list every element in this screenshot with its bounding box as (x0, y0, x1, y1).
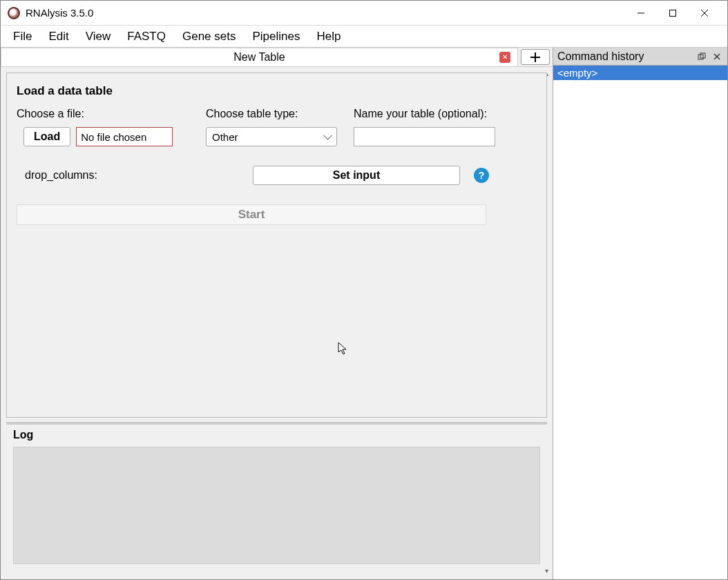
command-history-dock: Command history <empty> (553, 48, 727, 579)
add-tab-button[interactable] (521, 49, 550, 65)
table-name-input[interactable] (354, 127, 495, 146)
menu-genesets[interactable]: Gene sets (175, 27, 243, 46)
menubar: File Edit View FASTQ Gene sets Pipelines… (1, 26, 727, 48)
log-body[interactable] (13, 447, 540, 564)
app-icon (8, 7, 20, 19)
load-button[interactable]: Load (23, 127, 70, 146)
drop-columns-label: drop_columns: (25, 169, 239, 182)
dock-header: Command history (553, 48, 727, 66)
tab-label: New Table (233, 51, 285, 64)
history-item[interactable]: <empty> (553, 66, 727, 80)
minimize-button[interactable] (625, 1, 657, 26)
group-title: Load a data table (17, 84, 537, 98)
file-chosen-display: No file chosen (76, 127, 173, 146)
menu-pipelines[interactable]: Pipelines (245, 27, 307, 46)
dock-title: Command history (557, 50, 693, 63)
name-table-label: Name your table (optional): (354, 108, 537, 120)
table-type-select[interactable]: Other (206, 127, 337, 146)
start-button[interactable]: Start (17, 204, 486, 225)
menu-edit[interactable]: Edit (41, 27, 75, 46)
choose-type-label: Choose table type: (206, 108, 344, 120)
set-input-button[interactable]: Set input (253, 166, 460, 185)
help-icon[interactable]: ? (474, 168, 489, 183)
table-type-value: Other (212, 131, 238, 143)
app-title: RNAlysis 3.5.0 (26, 7, 93, 19)
choose-file-label: Choose a file: (17, 108, 196, 120)
close-tab-icon[interactable] (499, 52, 510, 63)
left-pane: New Table ▴ ▾ Load a data table Choose a… (1, 48, 553, 579)
log-panel: Log (6, 422, 547, 574)
tab-new-table[interactable]: New Table (1, 48, 518, 66)
tabbar: New Table (1, 48, 553, 67)
menu-view[interactable]: View (79, 27, 118, 46)
tab-content: ▴ ▾ Load a data table Choose a file: Loa… (1, 67, 553, 579)
log-title: Log (13, 429, 540, 441)
maximize-button[interactable] (657, 1, 689, 26)
dock-close-icon[interactable] (711, 50, 723, 63)
scroll-down-icon[interactable]: ▾ (542, 567, 551, 577)
menu-help[interactable]: Help (309, 27, 347, 46)
svg-rect-1 (670, 10, 676, 16)
load-table-group: Load a data table Choose a file: Load No… (6, 72, 547, 418)
dock-float-icon[interactable] (696, 50, 708, 63)
close-window-button[interactable] (689, 1, 720, 26)
menu-file[interactable]: File (6, 27, 39, 46)
titlebar: RNAlysis 3.5.0 (1, 1, 727, 26)
command-history-list[interactable]: <empty> (553, 66, 727, 579)
menu-fastq[interactable]: FASTQ (120, 27, 173, 46)
